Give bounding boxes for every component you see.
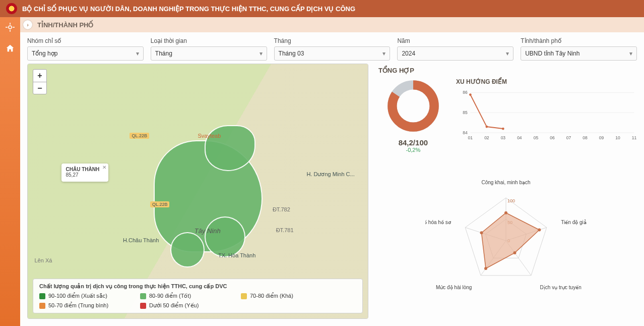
- zoom-control: + −: [33, 69, 47, 94]
- map-road-label: ĐT.781: [276, 227, 294, 233]
- svg-text:10: 10: [615, 135, 620, 140]
- map-place-label: Svayteab: [198, 133, 221, 139]
- map-road-label: QL.22B: [150, 201, 170, 207]
- filter-month-select[interactable]: Tháng 03 ▾: [274, 46, 391, 61]
- legend-item: 90-100 điểm (Xuất sắc): [39, 293, 125, 299]
- map-region[interactable]: [170, 232, 204, 268]
- header-title: BỘ CHỈ SỐ PHỤC VỤ NGƯỜI DÂN, DOANH NGHIỆ…: [22, 5, 355, 13]
- zoom-in-button[interactable]: +: [33, 70, 46, 82]
- svg-text:100: 100: [507, 198, 515, 203]
- filter-year-value: 2024: [402, 50, 415, 57]
- map-tooltip: ✕ CHÂU THÀNH 85,27: [61, 164, 108, 182]
- filter-group-value: Tổng hợp: [32, 50, 57, 57]
- filter-province-label: Tỉnh/thành phố: [521, 37, 637, 44]
- score-value: 84,2/100: [375, 138, 451, 147]
- legend-item: 70-80 điểm (Khá): [241, 293, 327, 299]
- score-delta: -0,2%: [375, 147, 451, 153]
- svg-point-31: [504, 211, 507, 214]
- radar-chart: 050100Công khai, minh bạchTiến độ giải q…: [425, 173, 587, 304]
- radar-box: 050100Công khai, minh bạchTiến độ giải q…: [375, 158, 637, 319]
- map-place-label: Lên Xá: [34, 257, 52, 263]
- filter-group-select[interactable]: Tổng hợp ▾: [27, 46, 144, 61]
- legend-item: Dưới 50 điểm (Yếu): [140, 302, 226, 309]
- filter-bar: Nhóm chỉ số Tổng hợp ▾ Loại thời gian Th…: [20, 32, 644, 64]
- svg-point-21: [485, 126, 488, 128]
- svg-text:11: 11: [632, 135, 637, 140]
- home-icon[interactable]: [4, 42, 16, 55]
- chevron-down-icon: ▾: [629, 50, 632, 57]
- section-title: TỈNH/THÀNH PHỐ: [37, 21, 94, 29]
- trend-title: XU HƯỚNG ĐIỂM: [456, 78, 637, 85]
- filter-group-label: Nhóm chỉ số: [27, 37, 144, 44]
- svg-point-20: [469, 93, 472, 96]
- close-icon[interactable]: ✕: [102, 165, 106, 170]
- tooltip-name: CHÂU THÀNH: [66, 167, 99, 172]
- donut-chart: [385, 78, 441, 134]
- legend-item: 50-70 điểm (Trung bình): [39, 302, 125, 309]
- map-panel[interactable]: Tây Ninh TX. Hòa Thành H.Châu Thành H. D…: [27, 64, 368, 319]
- crosshair-icon[interactable]: [4, 21, 16, 33]
- header-bar: BỘ CHỈ SỐ PHỤC VỤ NGƯỜI DÂN, DOANH NGHIỆ…: [0, 0, 644, 17]
- svg-text:04: 04: [517, 135, 522, 140]
- tooltip-value: 85,27: [66, 172, 99, 178]
- sidebar: [0, 17, 20, 326]
- svg-point-22: [502, 128, 504, 130]
- filter-time-type-select[interactable]: Tháng ▾: [151, 46, 267, 61]
- chevron-down-icon: ▾: [506, 50, 509, 57]
- collapse-button[interactable]: ›: [23, 20, 32, 29]
- section-titlebar: › TỈNH/THÀNH PHỐ: [20, 17, 644, 32]
- map-region[interactable]: [205, 216, 245, 257]
- map-road-label: QL.22B: [130, 133, 149, 139]
- svg-text:84: 84: [463, 130, 468, 135]
- score-donut-box: 84,2/100 -0,2%: [375, 78, 451, 153]
- svg-point-35: [480, 231, 483, 234]
- stats-title: TỔNG HỢP: [378, 67, 637, 74]
- svg-text:07: 07: [566, 135, 571, 140]
- map-place-label: H.Châu Thành: [123, 237, 159, 243]
- chevron-down-icon: ▾: [382, 50, 385, 57]
- svg-point-33: [513, 251, 517, 254]
- legend-item: 80-90 điểm (Tốt): [140, 293, 226, 299]
- svg-text:06: 06: [550, 135, 555, 140]
- map-legend: Chất lượng quản trị dịch vụ công trong t…: [33, 279, 363, 313]
- svg-point-0: [9, 26, 12, 29]
- chevron-down-icon: ▾: [136, 50, 139, 57]
- svg-text:Dịch vụ trực tuyến: Dịch vụ trực tuyến: [540, 285, 582, 290]
- svg-text:85: 85: [463, 110, 468, 115]
- map-road-label: ĐT.782: [273, 206, 290, 212]
- svg-text:09: 09: [599, 135, 604, 140]
- svg-text:03: 03: [501, 135, 506, 140]
- map-place-label: Tây Ninh: [195, 227, 221, 235]
- chevron-down-icon: ▾: [260, 50, 263, 57]
- emblem-icon: [6, 3, 17, 14]
- filter-time-type-label: Loại thời gian: [151, 37, 267, 44]
- svg-text:01: 01: [468, 135, 473, 140]
- filter-province-select[interactable]: UBND tỉnh Tây Ninh ▾: [521, 46, 637, 61]
- legend-title: Chất lượng quản trị dịch vụ công trong t…: [39, 283, 356, 290]
- filter-year-select[interactable]: 2024 ▾: [397, 46, 513, 61]
- trend-line-chart: 8485860102030405060708091011: [456, 87, 637, 143]
- svg-text:Công khai, minh bạch: Công khai, minh bạch: [482, 180, 531, 185]
- zoom-out-button[interactable]: −: [33, 82, 46, 94]
- svg-text:Số hóa hồ sơ: Số hóa hồ sơ: [425, 220, 452, 225]
- filter-year-label: Năm: [397, 37, 513, 44]
- map-place-label: TX. Hòa Thành: [218, 252, 255, 258]
- svg-point-32: [538, 228, 541, 231]
- svg-text:86: 86: [463, 90, 468, 95]
- svg-point-34: [484, 267, 487, 270]
- svg-text:05: 05: [534, 135, 539, 140]
- svg-text:08: 08: [583, 135, 588, 140]
- map-place-label: H. Dương Minh C...: [306, 171, 354, 178]
- svg-text:Tiến độ giải quyết: Tiến độ giải quyết: [561, 220, 587, 225]
- filter-time-type-value: Tháng: [155, 50, 172, 57]
- filter-month-label: Tháng: [274, 37, 391, 44]
- filter-month-value: Tháng 03: [279, 50, 304, 57]
- svg-text:Mức độ hài lòng: Mức độ hài lòng: [436, 285, 472, 290]
- filter-province-value: UBND tỉnh Tây Ninh: [525, 50, 579, 57]
- stats-panel: TỔNG HỢP 84,2/100 -0,2% XU HƯỚNG ĐIỂM 84…: [375, 64, 637, 319]
- svg-text:02: 02: [484, 135, 489, 140]
